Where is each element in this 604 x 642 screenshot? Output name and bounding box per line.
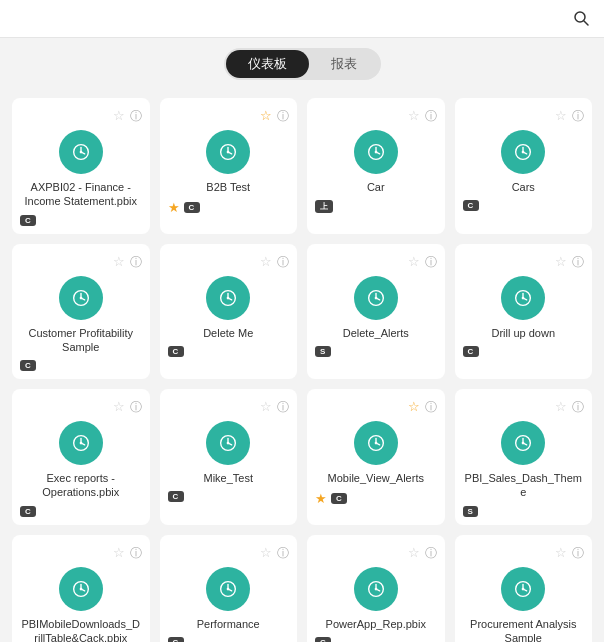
svg-point-13 [227, 296, 230, 299]
list-item[interactable]: ☆ⓘ Drill up downC [455, 244, 593, 380]
list-item[interactable]: ☆ⓘ Customer Profitability SampleC [12, 244, 150, 380]
item-badge: C [331, 493, 347, 504]
svg-point-21 [227, 442, 230, 445]
list-item[interactable]: ☆ⓘ Delete MeC [160, 244, 298, 380]
list-item[interactable]: ☆ⓘ PerformanceC [160, 535, 298, 642]
card-icons-row: ☆ⓘ [315, 254, 437, 272]
star-icon[interactable]: ☆ [113, 399, 125, 417]
svg-point-9 [522, 151, 525, 154]
item-label: AXPBI02 - Finance - Income Statement.pbi… [20, 180, 142, 209]
info-icon[interactable]: ⓘ [572, 108, 584, 126]
item-badge: C [168, 346, 184, 357]
tab-pill: 仪表板 报表 [224, 48, 381, 80]
item-badge: C [20, 506, 36, 517]
badge-row: C [20, 360, 142, 371]
info-icon[interactable]: ⓘ [425, 545, 437, 563]
svg-point-11 [79, 296, 82, 299]
info-icon[interactable]: ⓘ [277, 545, 289, 563]
star-icon[interactable]: ☆ [260, 254, 272, 272]
list-item[interactable]: ☆ⓘ Car上 [307, 98, 445, 234]
card-body: PBIMobileDownloads_DrillTable&Cack.pbixC [20, 567, 142, 642]
star-badge: ★ [168, 200, 180, 215]
item-icon [501, 130, 545, 174]
star-icon[interactable]: ☆ [260, 399, 272, 417]
list-item[interactable]: ☆ⓘ Mobile_View_Alerts★C [307, 389, 445, 525]
card-body: Exec reports - Operations.pbixC [20, 421, 142, 517]
card-body: Car上 [315, 130, 437, 213]
card-body: Drill up downC [463, 276, 585, 357]
item-badge: C [168, 491, 184, 502]
list-item[interactable]: ☆ⓘ PBIMobileDownloads_DrillTable&Cack.pb… [12, 535, 150, 642]
star-icon[interactable]: ☆ [408, 545, 420, 563]
badge-row: C [463, 200, 585, 211]
search-icon[interactable] [573, 10, 590, 31]
item-badge: C [168, 637, 184, 642]
star-icon[interactable]: ☆ [408, 108, 420, 126]
star-icon[interactable]: ☆ [113, 108, 125, 126]
item-icon [354, 567, 398, 611]
list-item[interactable]: ☆ⓘ Mike_TestC [160, 389, 298, 525]
card-icons-row: ☆ⓘ [168, 254, 290, 272]
info-icon[interactable]: ⓘ [130, 545, 142, 563]
item-icon [501, 421, 545, 465]
item-icon [206, 130, 250, 174]
item-badge: C [184, 202, 200, 213]
item-label: Procurement Analysis Sample [463, 617, 585, 642]
star-icon[interactable]: ☆ [408, 254, 420, 272]
items-grid: ☆ⓘ AXPBI02 - Finance - Income Statement.… [12, 98, 592, 642]
item-badge: C [20, 360, 36, 371]
star-icon[interactable]: ☆ [408, 399, 420, 417]
item-label: PowerApp_Rep.pbix [315, 617, 437, 631]
badge-row: C [20, 506, 142, 517]
badge-row: S [463, 506, 585, 517]
list-item[interactable]: ☆ⓘ Procurement Analysis SampleC [455, 535, 593, 642]
item-label: Cars [463, 180, 585, 194]
list-item[interactable]: ☆ⓘ Exec reports - Operations.pbixC [12, 389, 150, 525]
item-icon [206, 421, 250, 465]
star-icon[interactable]: ☆ [555, 399, 567, 417]
info-icon[interactable]: ⓘ [425, 254, 437, 272]
info-icon[interactable]: ⓘ [572, 399, 584, 417]
svg-line-1 [584, 21, 588, 25]
item-label: B2B Test [168, 180, 290, 194]
star-icon[interactable]: ☆ [555, 254, 567, 272]
info-icon[interactable]: ⓘ [130, 108, 142, 126]
info-icon[interactable]: ⓘ [277, 108, 289, 126]
item-badge: 上 [315, 200, 333, 213]
star-icon[interactable]: ☆ [113, 545, 125, 563]
item-badge: C [20, 215, 36, 226]
card-body: Mobile_View_Alerts★C [315, 421, 437, 506]
badge-row: C [20, 215, 142, 226]
card-icons-row: ☆ⓘ [20, 254, 142, 272]
star-icon[interactable]: ☆ [555, 545, 567, 563]
tab-report[interactable]: 报表 [309, 50, 379, 78]
star-icon[interactable]: ☆ [260, 108, 272, 126]
item-icon [59, 567, 103, 611]
info-icon[interactable]: ⓘ [425, 108, 437, 126]
content-area: ☆ⓘ AXPBI02 - Finance - Income Statement.… [0, 88, 604, 642]
list-item[interactable]: ☆ⓘ AXPBI02 - Finance - Income Statement.… [12, 98, 150, 234]
svg-point-17 [522, 296, 525, 299]
card-icons-row: ☆ⓘ [315, 108, 437, 126]
item-badge: C [315, 637, 331, 642]
info-icon[interactable]: ⓘ [277, 399, 289, 417]
info-icon[interactable]: ⓘ [572, 545, 584, 563]
item-badge: S [463, 506, 479, 517]
list-item[interactable]: ☆ⓘ PBI_Sales_Dash_ThemeS [455, 389, 593, 525]
info-icon[interactable]: ⓘ [572, 254, 584, 272]
list-item[interactable]: ☆ⓘ Delete_AlertsS [307, 244, 445, 380]
info-icon[interactable]: ⓘ [130, 399, 142, 417]
item-icon [354, 130, 398, 174]
info-icon[interactable]: ⓘ [130, 254, 142, 272]
info-icon[interactable]: ⓘ [425, 399, 437, 417]
star-icon[interactable]: ☆ [260, 545, 272, 563]
star-icon[interactable]: ☆ [113, 254, 125, 272]
star-icon[interactable]: ☆ [555, 108, 567, 126]
list-item[interactable]: ☆ⓘ PowerApp_Rep.pbixC [307, 535, 445, 642]
list-item[interactable]: ☆ⓘ CarsC [455, 98, 593, 234]
list-item[interactable]: ☆ⓘ B2B Test★C [160, 98, 298, 234]
card-icons-row: ☆ⓘ [463, 399, 585, 417]
info-icon[interactable]: ⓘ [277, 254, 289, 272]
tab-dashboard[interactable]: 仪表板 [226, 50, 309, 78]
card-icons-row: ☆ⓘ [20, 399, 142, 417]
